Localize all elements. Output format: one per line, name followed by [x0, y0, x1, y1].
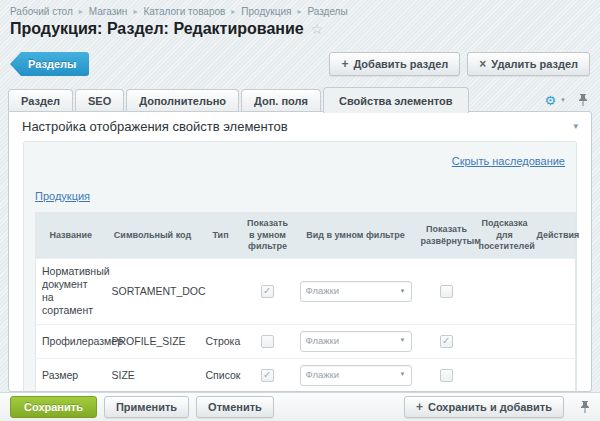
chevron-down-icon: ▼ — [400, 337, 406, 345]
col-header-expanded: Показать развёрнутым — [418, 213, 476, 259]
expanded-checkbox[interactable] — [440, 369, 453, 382]
expanded-checkbox[interactable] — [440, 285, 453, 298]
tab-section[interactable]: Раздел — [8, 89, 73, 112]
breadcrumb-item[interactable]: Рабочий стол — [10, 6, 73, 17]
col-header-code: Символьный код — [106, 213, 200, 259]
add-section-button[interactable]: + Добавить раздел — [329, 52, 460, 76]
filter-view-select[interactable]: Флажки ▼ — [300, 331, 412, 352]
save-and-add-button[interactable]: + Сохранить и добавить — [404, 396, 564, 418]
property-name: Профилеразмер — [36, 324, 106, 358]
breadcrumb-separator-icon: ▸ — [231, 7, 235, 16]
breadcrumb-item[interactable]: Магазин — [89, 6, 128, 17]
property-hint — [476, 324, 534, 358]
filter-view-value: Флажки — [306, 285, 340, 297]
hide-inheritance-link[interactable]: Скрыть наследование — [452, 155, 565, 167]
table-header-row: Название Символьный код Тип Показать в у… — [36, 213, 576, 259]
apply-button[interactable]: Применить — [104, 396, 189, 418]
col-header-filter-view: Вид в умном фильтре — [294, 213, 418, 259]
tab-additional[interactable]: Дополнительно — [126, 89, 239, 112]
panel-title: Настройка отображения свойств элементов — [22, 119, 288, 134]
property-code: SIZE — [106, 358, 200, 392]
cancel-label: Отменить — [208, 401, 262, 413]
table-row: Размер SIZE Список Флажки ▼ — [36, 358, 576, 392]
sections-back-label: Разделы — [28, 58, 76, 70]
breadcrumb-separator-icon: ▸ — [79, 7, 83, 16]
properties-table: Название Символьный код Тип Показать в у… — [35, 212, 576, 392]
smart-filter-checkbox[interactable] — [261, 285, 274, 298]
delete-section-button[interactable]: × Удалить раздел — [467, 52, 590, 76]
breadcrumb-item[interactable]: Каталоги товаров — [143, 6, 225, 17]
toolbar: Разделы + Добавить раздел × Удалить разд… — [10, 51, 590, 77]
footer-bar: Сохранить Применить Отменить + Сохранить… — [0, 392, 600, 421]
expanded-checkbox[interactable] — [440, 335, 453, 348]
table-row: Профилеразмер PROFILE_SIZE Строка Флажки… — [36, 324, 576, 358]
pin-icon[interactable] — [580, 400, 590, 414]
tab-bar: Раздел SEO Дополнительно Доп. поля Свойс… — [8, 86, 592, 112]
property-code: PROFILE_SIZE — [106, 324, 200, 358]
gear-icon[interactable]: ⚙ — [544, 94, 556, 107]
chevron-down-icon: ▼ — [400, 371, 406, 379]
favorite-star-icon[interactable]: ☆ — [311, 21, 324, 37]
col-header-type: Тип — [200, 213, 242, 259]
property-code: SORTAMENT_DOC — [106, 259, 200, 325]
smart-filter-checkbox[interactable] — [261, 369, 274, 382]
property-type: Список — [200, 358, 242, 392]
col-header-name: Название — [36, 213, 106, 259]
properties-panel: Скрыть наследование Продукция Название С… — [23, 141, 577, 392]
breadcrumb: Рабочий стол▸Магазин▸Каталоги товаров▸Пр… — [10, 6, 348, 17]
filter-view-select[interactable]: Флажки ▼ — [300, 281, 412, 302]
property-hint — [476, 259, 534, 325]
filter-view-value: Флажки — [306, 335, 340, 347]
filter-view-value: Флажки — [306, 369, 340, 381]
tab-element-properties[interactable]: Свойства элементов — [323, 87, 469, 113]
chevron-down-icon: ▼ — [400, 288, 406, 296]
apply-label: Применить — [116, 401, 177, 413]
breadcrumb-item[interactable]: Разделы — [307, 6, 347, 17]
page-title: Продукция: Раздел: Редактирование — [10, 20, 304, 38]
breadcrumb-separator-icon: ▸ — [133, 7, 137, 16]
property-hint — [476, 358, 534, 392]
property-actions — [534, 358, 576, 392]
filter-view-select[interactable]: Флажки ▼ — [300, 365, 412, 386]
property-type: Строка — [200, 324, 242, 358]
add-section-label: Добавить раздел — [353, 58, 448, 70]
property-name: Нормативный документ на сортамент — [36, 259, 106, 325]
col-header-smart-filter: Показать в умном фильтре — [242, 213, 294, 259]
chevron-down-icon[interactable]: ▼ — [560, 97, 566, 103]
save-button[interactable]: Сохранить — [10, 396, 97, 418]
save-label: Сохранить — [24, 401, 83, 413]
pin-icon[interactable] — [578, 93, 588, 107]
col-header-hint: Подсказка для посетителей — [476, 213, 534, 259]
property-actions — [534, 259, 576, 325]
plus-icon: + — [416, 400, 423, 414]
save-and-add-label: Сохранить и добавить — [428, 401, 552, 413]
tab-seo[interactable]: SEO — [75, 89, 124, 112]
content-card: Настройка отображения свойств элементов … — [8, 111, 592, 392]
collapse-arrow-icon[interactable]: ▾ — [573, 121, 578, 131]
cancel-button[interactable]: Отменить — [196, 396, 274, 418]
plus-icon: + — [341, 57, 348, 71]
breadcrumb-item[interactable]: Продукция — [241, 6, 291, 17]
property-name: Размер — [36, 358, 106, 392]
section-link[interactable]: Продукция — [35, 190, 90, 202]
delete-section-label: Удалить раздел — [491, 58, 578, 70]
close-icon: × — [479, 57, 486, 71]
smart-filter-checkbox[interactable] — [261, 335, 274, 348]
property-actions — [534, 324, 576, 358]
col-header-actions: Действия — [534, 213, 576, 259]
tab-custom-fields[interactable]: Доп. поля — [241, 89, 321, 112]
breadcrumb-separator-icon: ▸ — [297, 7, 301, 16]
sections-back-button[interactable]: Разделы — [10, 52, 89, 76]
table-row: Нормативный документ на сортамент SORTAM… — [36, 259, 576, 325]
